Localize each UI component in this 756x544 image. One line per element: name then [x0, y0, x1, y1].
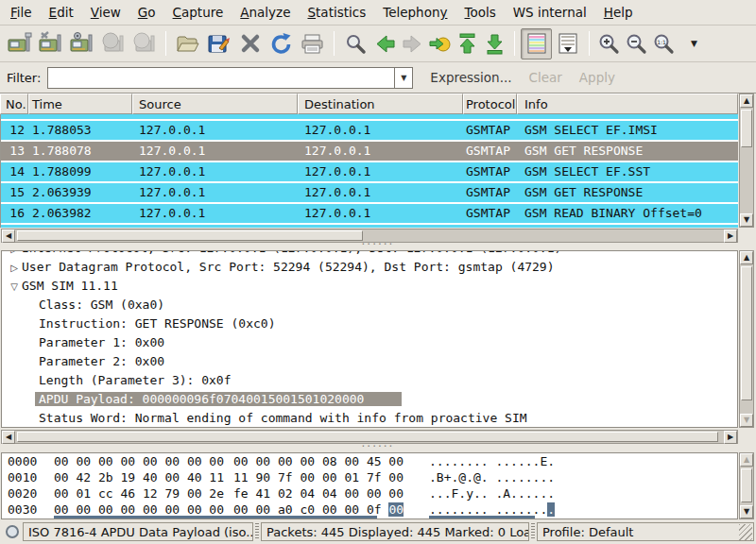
detail-text: Status Word: Normal ending of command wi…	[39, 411, 527, 425]
capture-options-button[interactable]	[35, 28, 66, 60]
packet-row-16[interactable]: 162.063982127.0.0.1127.0.0.1GSMTAPGSM RE…	[1, 204, 738, 225]
toolbar-overflow-button[interactable]: ▼	[691, 39, 697, 48]
hex-row-0030[interactable]: 003000 00 00 00 00 00 00 0000 00 a0 c0 0…	[2, 502, 737, 518]
go-to-packet-button[interactable]	[426, 28, 454, 60]
capture-start-button[interactable]	[66, 28, 97, 60]
resize-grip[interactable]	[739, 524, 752, 540]
colorize-icon	[525, 32, 548, 55]
scroll-left-arrow[interactable]: ◀	[2, 230, 15, 243]
detail-line-6[interactable]: Parameter 2: 0x00	[2, 352, 737, 371]
packet-row-14[interactable]: 141.788099127.0.0.1127.0.0.1GSMTAPGSM SE…	[1, 162, 738, 183]
close-file-button[interactable]	[234, 28, 266, 60]
detail-line-9[interactable]: Status Word: Normal ending of command wi…	[2, 409, 737, 428]
column-header-protocol[interactable]: Protocol	[463, 94, 517, 114]
menu-statistics[interactable]: Statistics	[299, 1, 374, 24]
detail-line-5[interactable]: Parameter 1: 0x00	[2, 333, 737, 352]
menu-file[interactable]: File	[2, 1, 41, 24]
packet-row-11[interactable]: 111.787891127.0.0.1127.0.0.1GSMTAPGSM GE…	[1, 114, 738, 121]
detail-line-2[interactable]: ▽GSM SIM 11.11	[2, 277, 737, 296]
column-header-time[interactable]: Time	[28, 94, 132, 114]
scroll-thumb[interactable]	[741, 468, 752, 502]
selected-hex-byte[interactable]: 00	[388, 502, 404, 517]
go-to-top-button[interactable]	[454, 28, 481, 60]
expander-collapsed-icon[interactable]: ▷	[7, 259, 22, 278]
expert-info-button[interactable]	[2, 521, 23, 542]
list-interfaces-button[interactable]	[4, 28, 35, 60]
selected-ascii-byte: .	[547, 502, 555, 517]
packet-cell-destination: 127.0.0.1	[299, 183, 464, 202]
menu-tools[interactable]: Tools	[455, 1, 504, 24]
expression-button[interactable]: Expression...	[430, 70, 511, 85]
detail-line-0[interactable]: ▷Internet Protocol, Src: 127.0.0.1 (127.…	[2, 250, 737, 258]
menu-analyze[interactable]: Analyze	[232, 1, 299, 24]
save-file-button[interactable]	[203, 28, 234, 60]
scroll-right-arrow[interactable]: ▶	[724, 431, 737, 444]
packet-list-vscrollbar[interactable]: ▲ ▼	[739, 94, 754, 228]
scroll-thumb[interactable]	[17, 432, 718, 442]
zoom-out-button[interactable]	[623, 28, 650, 60]
hex-row-0020[interactable]: 002000 01 cc 46 12 79 00 2efe 41 02 04 0…	[2, 485, 737, 502]
go-forward-button[interactable]	[399, 28, 426, 60]
packet-list-hscrollbar[interactable]: ◀ ▶	[1, 229, 738, 243]
scroll-thumb[interactable]	[17, 230, 363, 241]
menu-ws-internal[interactable]: WS internal	[505, 1, 595, 24]
clear-button[interactable]: Clear	[529, 70, 562, 85]
detail-line-3[interactable]: Class: GSM (0xa0)	[2, 296, 737, 314]
packet-cell-time: 1.787891	[29, 114, 133, 119]
capture-restart-button[interactable]	[129, 28, 160, 60]
column-header-no[interactable]: No.	[0, 94, 28, 114]
scroll-left-arrow[interactable]: ◀	[2, 431, 15, 444]
open-file-button[interactable]	[172, 28, 203, 60]
hex-row-0010[interactable]: 001000 42 2b 19 40 00 40 1111 90 7f 00 0…	[2, 469, 737, 485]
filter-label-button[interactable]: Filter:	[7, 71, 41, 85]
filter-dropdown-button[interactable]: ▼	[395, 67, 413, 89]
detail-line-7[interactable]: Length (Parameter 3): 0x0f	[2, 371, 737, 390]
scroll-up-arrow[interactable]: ▲	[740, 453, 753, 467]
reload-button[interactable]	[266, 28, 297, 60]
apply-button[interactable]: Apply	[579, 70, 615, 85]
menu-edit[interactable]: Edit	[41, 1, 82, 24]
column-header-destination[interactable]: Destination	[298, 94, 463, 114]
scroll-thumb[interactable]	[741, 266, 752, 400]
packet-row-13[interactable]: 131.788078127.0.0.1127.0.0.1GSMTAPGSM GE…	[1, 142, 738, 162]
detail-line-4[interactable]: Instruction: GET RESPONSE (0xc0)	[2, 314, 737, 333]
print-button[interactable]	[297, 28, 328, 60]
profile-status[interactable]: Profile: Default	[537, 522, 754, 541]
packet-row-12[interactable]: 121.788053127.0.0.1127.0.0.1GSMTAPGSM SE…	[1, 121, 738, 142]
colorize-button[interactable]	[521, 28, 552, 60]
go-to-bottom-button[interactable]	[481, 28, 508, 60]
go-back-button[interactable]	[371, 28, 399, 60]
scroll-down-arrow[interactable]: ▼	[740, 213, 753, 227]
auto-scroll-button[interactable]	[552, 28, 583, 60]
hex-row-0000[interactable]: 000000 00 00 00 00 00 00 0000 00 00 00 0…	[2, 453, 737, 469]
capture-stop-button[interactable]	[97, 28, 129, 60]
menu-help[interactable]: Help	[595, 1, 642, 24]
detail-line-1[interactable]: ▷User Datagram Protocol, Src Port: 52294…	[2, 258, 737, 277]
details-hscrollbar[interactable]: ◀ ▶	[1, 430, 738, 444]
menu-capture[interactable]: Capture	[164, 1, 232, 24]
scroll-down-arrow[interactable]: ▼	[740, 505, 753, 518]
packet-cell-destination: 127.0.0.1	[299, 121, 464, 140]
hex-vscrollbar[interactable]: ▲ ▼	[739, 452, 754, 519]
scroll-up-arrow[interactable]: ▲	[740, 251, 753, 264]
expander-expanded-icon[interactable]: ▽	[7, 278, 22, 297]
detail-line-8[interactable]: APDU Payload: 000000096f0704001500150102…	[2, 390, 737, 409]
scroll-up-arrow[interactable]: ▲	[740, 94, 753, 108]
packet-cell-source: 127.0.0.1	[133, 114, 299, 119]
menu-go[interactable]: Go	[129, 1, 164, 24]
scroll-thumb[interactable]	[741, 110, 752, 147]
filter-input[interactable]	[47, 67, 395, 89]
menu-view[interactable]: View	[82, 1, 129, 24]
pane-splitter[interactable]: ······	[0, 445, 756, 452]
zoom-normal-button[interactable]: 1:1	[650, 28, 678, 60]
column-header-info[interactable]: Info	[517, 94, 738, 114]
pane-splitter[interactable]: ······	[0, 243, 756, 250]
column-header-source[interactable]: Source	[132, 94, 298, 114]
scroll-down-arrow[interactable]: ▼	[740, 414, 753, 427]
packet-row-15[interactable]: 152.063939127.0.0.1127.0.0.1GSMTAPGSM GE…	[1, 183, 738, 204]
find-packet-button[interactable]	[340, 28, 371, 60]
details-vscrollbar[interactable]: ▲ ▼	[739, 250, 754, 428]
menu-telephony[interactable]: Telephony	[374, 1, 455, 24]
scroll-right-arrow[interactable]: ▶	[724, 230, 737, 243]
zoom-in-button[interactable]	[595, 28, 623, 60]
